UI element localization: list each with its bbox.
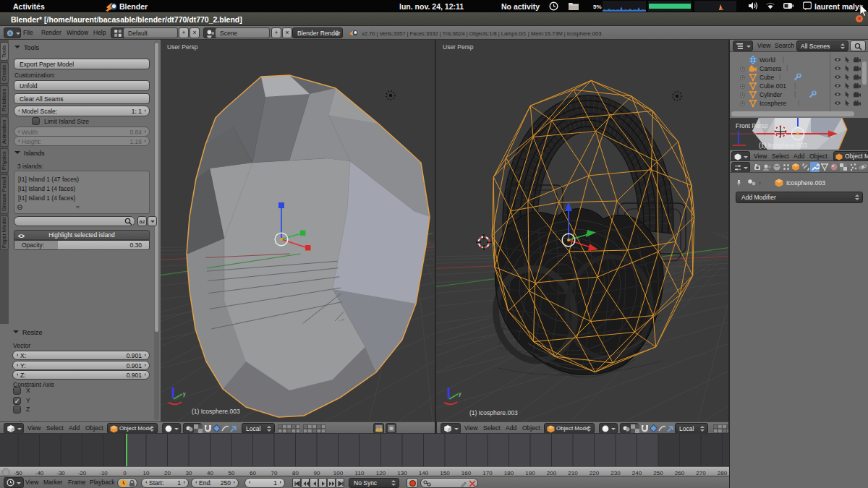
svg-text:(1) Icosphere.003: (1) Icosphere.003: [192, 408, 240, 415]
svg-text:Front Persp: Front Persp: [736, 122, 768, 129]
svg-text:(1) Icosphere.003: (1) Icosphere.003: [759, 142, 807, 149]
svg-text:(1) Icosphere.003: (1) Icosphere.003: [469, 409, 518, 416]
svg-text:y: y: [183, 391, 186, 397]
svg-text:y: y: [459, 391, 461, 397]
svg-text:i: i: [9, 30, 11, 35]
svg-text:User Persp: User Persp: [443, 43, 474, 51]
svg-text:User Persp: User Persp: [167, 43, 198, 51]
